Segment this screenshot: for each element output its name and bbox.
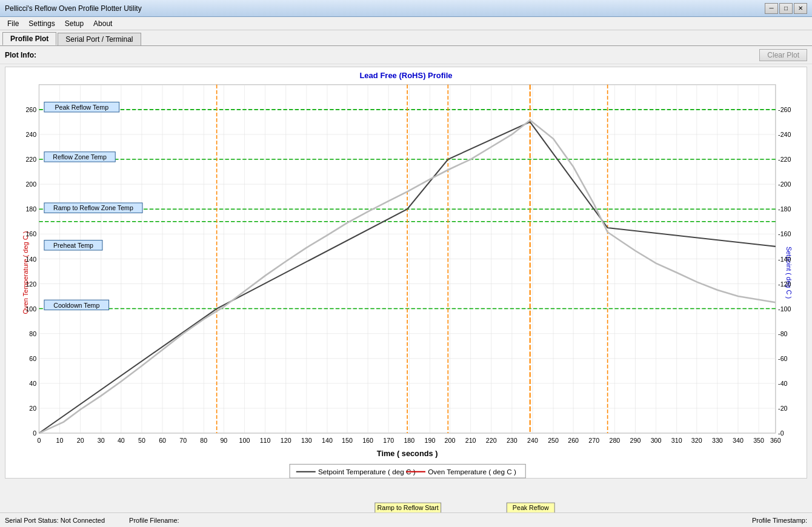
svg-text:80: 80 xyxy=(200,438,207,445)
svg-text:120: 120 xyxy=(281,438,291,445)
svg-text:150: 150 xyxy=(342,438,353,445)
status-bar: Serial Port Status: Not Connected Profil… xyxy=(0,512,812,527)
svg-text:120: 120 xyxy=(25,281,36,288)
svg-text:160: 160 xyxy=(362,438,373,445)
svg-text:-60: -60 xyxy=(778,356,788,362)
svg-text:240: 240 xyxy=(527,438,538,445)
svg-text:180: 180 xyxy=(404,438,414,445)
menu-file[interactable]: File xyxy=(2,18,24,29)
svg-text:-20: -20 xyxy=(778,405,788,412)
x-axis-title: Time ( seconds ) xyxy=(377,449,438,458)
svg-text:330: 330 xyxy=(712,438,723,445)
chart-container: Lead Free (RoHS) Profile Oven Temperatur… xyxy=(5,67,807,479)
svg-text:230: 230 xyxy=(507,438,517,445)
svg-text:200: 200 xyxy=(25,181,36,188)
svg-text:0: 0 xyxy=(37,438,41,445)
svg-text:Preheat Temp: Preheat Temp xyxy=(53,242,93,249)
svg-text:60: 60 xyxy=(159,438,166,445)
serial-port-status: Serial Port Status: Not Connected xyxy=(5,517,105,524)
svg-text:-100: -100 xyxy=(778,306,791,313)
svg-text:Reflow Zone Temp: Reflow Zone Temp xyxy=(53,154,107,161)
svg-text:90: 90 xyxy=(220,438,227,445)
svg-text:60: 60 xyxy=(29,356,36,362)
svg-text:-80: -80 xyxy=(778,331,788,337)
profile-filename: Profile Filename: xyxy=(129,517,179,524)
svg-text:Peak Reflow Temp: Peak Reflow Temp xyxy=(55,104,109,111)
svg-text:170: 170 xyxy=(383,438,394,445)
svg-text:10: 10 xyxy=(56,438,64,445)
plot-info-bar: Plot Info: Clear Plot xyxy=(0,46,812,64)
svg-text:260: 260 xyxy=(568,438,579,445)
svg-text:-240: -240 xyxy=(778,131,791,138)
svg-text:200: 200 xyxy=(445,438,456,445)
tab-serial-port[interactable]: Serial Port / Terminal xyxy=(58,33,141,45)
svg-text:190: 190 xyxy=(425,438,436,445)
svg-text:30: 30 xyxy=(98,438,105,445)
svg-text:50: 50 xyxy=(138,438,145,445)
clear-plot-button[interactable]: Clear Plot xyxy=(759,49,807,61)
svg-text:290: 290 xyxy=(630,438,641,445)
svg-text:Ramp to Reflow Start: Ramp to Reflow Start xyxy=(378,505,439,512)
svg-text:360: 360 xyxy=(770,438,781,445)
svg-text:80: 80 xyxy=(29,331,36,337)
profile-timestamp: Profile Timestamp: xyxy=(752,517,807,524)
maximize-button[interactable]: □ xyxy=(779,3,793,14)
menu-settings[interactable]: Settings xyxy=(24,18,59,29)
svg-text:-0: -0 xyxy=(778,430,784,437)
svg-text:220: 220 xyxy=(486,438,497,445)
svg-text:280: 280 xyxy=(609,438,620,445)
svg-text:Setpoint Temperature ( deg C ): Setpoint Temperature ( deg C ) xyxy=(318,468,416,476)
svg-text:Ramp to Reflow Zone Temp: Ramp to Reflow Zone Temp xyxy=(53,205,133,211)
svg-text:70: 70 xyxy=(179,438,187,445)
svg-text:220: 220 xyxy=(25,156,36,163)
plot-area: 0 20 40 60 80 100 120 140 160 180 200 22… xyxy=(5,67,807,478)
svg-text:260: 260 xyxy=(25,107,36,113)
menu-setup[interactable]: Setup xyxy=(60,18,88,29)
svg-text:350: 350 xyxy=(753,438,764,445)
svg-text:-40: -40 xyxy=(778,380,788,387)
svg-text:320: 320 xyxy=(691,438,702,445)
svg-text:140: 140 xyxy=(322,438,333,445)
svg-text:-140: -140 xyxy=(778,256,791,263)
window-title: Pellicci's Reflow Oven Profile Plotter U… xyxy=(5,4,142,13)
svg-text:Oven Temperature ( deg C ): Oven Temperature ( deg C ) xyxy=(428,468,516,476)
svg-text:-120: -120 xyxy=(778,281,791,288)
window-controls: ─ □ ✕ xyxy=(765,3,807,14)
minimize-button[interactable]: ─ xyxy=(765,3,778,14)
svg-text:210: 210 xyxy=(465,438,476,445)
svg-text:130: 130 xyxy=(301,438,312,445)
close-button[interactable]: ✕ xyxy=(794,3,807,14)
menu-about[interactable]: About xyxy=(88,18,117,29)
svg-text:100: 100 xyxy=(239,438,250,445)
tab-profile-plot[interactable]: Profile Plot xyxy=(2,32,56,45)
svg-text:-160: -160 xyxy=(778,231,791,238)
svg-text:100: 100 xyxy=(25,306,36,313)
svg-text:160: 160 xyxy=(25,231,36,238)
svg-text:-220: -220 xyxy=(778,156,791,163)
svg-text:300: 300 xyxy=(651,438,662,445)
plot-info-label: Plot Info: xyxy=(5,51,36,59)
svg-text:110: 110 xyxy=(260,438,271,445)
menu-bar: File Settings Setup About xyxy=(0,17,812,30)
svg-text:310: 310 xyxy=(671,438,682,445)
svg-text:Peak Reflow: Peak Reflow xyxy=(513,505,549,512)
svg-text:20: 20 xyxy=(77,438,84,445)
svg-text:240: 240 xyxy=(25,131,36,138)
svg-text:180: 180 xyxy=(25,206,36,213)
svg-text:40: 40 xyxy=(29,380,36,387)
svg-text:-180: -180 xyxy=(778,206,791,213)
title-bar: Pellicci's Reflow Oven Profile Plotter U… xyxy=(0,0,812,17)
svg-text:270: 270 xyxy=(588,438,599,445)
svg-text:-200: -200 xyxy=(778,181,791,188)
svg-text:250: 250 xyxy=(548,438,559,445)
svg-text:Cooldown Temp: Cooldown Temp xyxy=(53,302,99,309)
svg-text:-260: -260 xyxy=(778,107,791,113)
svg-text:340: 340 xyxy=(733,438,744,445)
svg-text:0: 0 xyxy=(33,430,36,437)
svg-text:20: 20 xyxy=(29,405,36,412)
svg-text:140: 140 xyxy=(25,256,36,263)
svg-text:40: 40 xyxy=(118,438,125,445)
tab-bar: Profile Plot Serial Port / Terminal xyxy=(0,30,812,46)
